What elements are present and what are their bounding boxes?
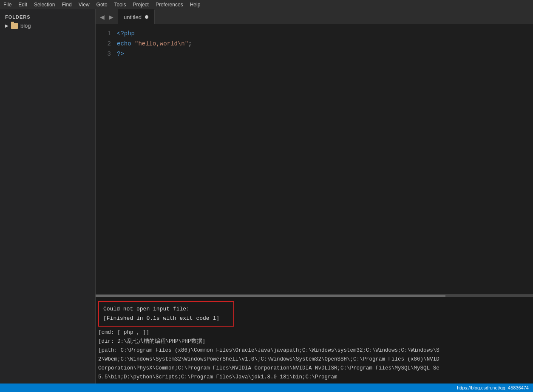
tab-label: untitled xyxy=(124,14,142,20)
line-num-1: 1 xyxy=(96,28,111,39)
terminal-line-3: [path: C:\Program Files (x86)\Common Fil… xyxy=(98,346,530,355)
error-line-2: [Finished in 0.1s with exit code 1] xyxy=(103,314,229,323)
tab-dirty-indicator xyxy=(145,15,148,19)
menu-help[interactable]: Help xyxy=(190,2,201,8)
tab-bar: ◀ ▶ untitled xyxy=(96,9,533,24)
folder-name: blog xyxy=(20,23,31,29)
line-num-3: 3 xyxy=(96,49,111,59)
terminal-line-5: Corporation\PhysX\Common;C:\Program File… xyxy=(98,364,530,373)
error-line-1: Could not open input file: xyxy=(103,305,229,314)
line-numbers: 1 2 3 xyxy=(96,24,117,294)
terminal-line-4: 2\Wbem;C:\Windows\System32\WindowsPowerS… xyxy=(98,355,530,364)
nav-left-button[interactable]: ◀ xyxy=(98,13,106,21)
line-num-2: 2 xyxy=(96,39,111,49)
terminal-scroll-thumb xyxy=(96,295,445,297)
menu-tools[interactable]: Tools xyxy=(114,2,126,8)
terminal-line-2: [dir: D:\乱七八槽的编程\PHP\PHP数据] xyxy=(98,337,530,346)
menu-project[interactable]: Project xyxy=(133,2,149,8)
folders-header: FOLDERS xyxy=(0,13,95,21)
code-line-3: ?> xyxy=(117,49,533,59)
sidebar-item-blog[interactable]: ▶ blog xyxy=(0,21,95,30)
editor-area: ◀ ▶ untitled 1 2 3 <?php echo "hello,wor… xyxy=(96,9,533,384)
menu-preferences[interactable]: Preferences xyxy=(156,2,183,8)
status-url: https://blog.csdn.net/qq_45836474 xyxy=(457,385,529,390)
code-line-1: <?php xyxy=(117,28,533,39)
code-editor[interactable]: 1 2 3 <?php echo "hello,world\n"; ?> xyxy=(96,24,533,294)
main-layout: FOLDERS ▶ blog ◀ ▶ untitled 1 2 3 xyxy=(0,9,533,384)
tab-untitled[interactable]: untitled xyxy=(118,9,155,24)
menu-bar: File Edit Selection Find View Goto Tools… xyxy=(0,0,533,9)
terminal-scrollbar[interactable] xyxy=(96,295,533,297)
sidebar: FOLDERS ▶ blog xyxy=(0,9,96,384)
menu-goto[interactable]: Goto xyxy=(96,2,108,8)
menu-view[interactable]: View xyxy=(79,2,90,8)
folder-icon xyxy=(11,23,18,29)
code-line-2: echo "hello,world\n"; xyxy=(117,39,533,49)
menu-selection[interactable]: Selection xyxy=(34,2,55,8)
error-box: Could not open input file: [Finished in … xyxy=(98,301,234,327)
terminal-line-1: [cmd: [ php , ]] xyxy=(98,328,530,337)
terminal-area: Could not open input file: [Finished in … xyxy=(96,294,533,384)
status-bar: https://blog.csdn.net/qq_45836474 xyxy=(0,384,533,392)
expand-arrow-icon: ▶ xyxy=(5,23,9,28)
nav-buttons: ◀ ▶ xyxy=(96,9,118,24)
terminal-line-6: 5.5\bin;D:\python\Scripts;C:\Program Fil… xyxy=(98,373,530,382)
code-content[interactable]: <?php echo "hello,world\n"; ?> xyxy=(117,24,533,294)
menu-file[interactable]: File xyxy=(3,2,11,8)
menu-edit[interactable]: Edit xyxy=(18,2,27,8)
menu-find[interactable]: Find xyxy=(62,2,71,8)
nav-right-button[interactable]: ▶ xyxy=(107,13,115,21)
